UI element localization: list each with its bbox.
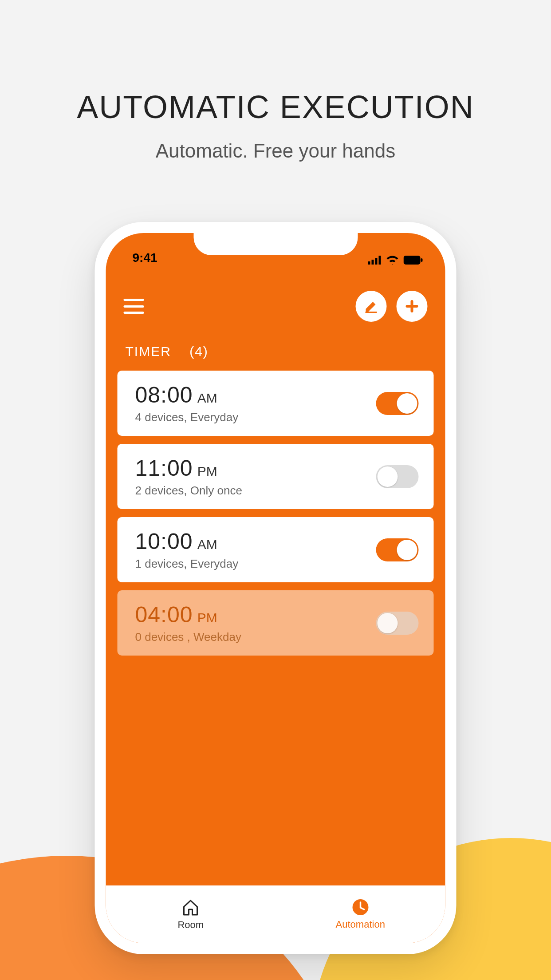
toggle-knob [378, 613, 398, 633]
timer-card[interactable]: 04:00PM0 devices , Weekday [118, 590, 434, 656]
nav-automation-label: Automation [336, 919, 385, 930]
section-title: TIMER (4) [106, 335, 445, 371]
phone-frame: 9:41 TIMER (4) [95, 222, 457, 954]
toggle-knob [378, 466, 398, 487]
menu-icon[interactable] [124, 299, 144, 314]
timer-subline: 2 devices, Only once [135, 484, 242, 498]
svg-rect-4 [404, 256, 421, 265]
timer-time: 10:00 [135, 529, 193, 554]
timer-subline: 4 devices, Everyday [135, 411, 239, 424]
timer-time-row: 04:00PM [135, 602, 241, 628]
timer-toggle[interactable] [376, 538, 419, 561]
wifi-icon [386, 255, 399, 265]
timer-subline: 1 devices, Everyday [135, 557, 239, 571]
toggle-knob [397, 540, 417, 560]
svg-rect-3 [379, 256, 381, 265]
cellular-icon [368, 256, 382, 265]
hero-title: AUTOMATIC EXECUTION [0, 89, 551, 125]
timer-info: 10:00AM1 devices, Everyday [135, 529, 239, 571]
edit-button[interactable] [356, 291, 387, 322]
plus-icon [403, 297, 421, 315]
timer-time-row: 10:00AM [135, 529, 239, 554]
timer-time: 11:00 [135, 455, 193, 481]
add-button[interactable] [397, 291, 428, 322]
home-icon [181, 898, 200, 917]
nav-room[interactable]: Room [106, 885, 276, 943]
bottom-nav: Room Automation [106, 885, 445, 943]
timer-toggle[interactable] [376, 465, 419, 488]
status-icons [368, 255, 423, 265]
svg-rect-6 [366, 312, 377, 313]
timer-toggle[interactable] [376, 612, 419, 635]
timer-card[interactable]: 10:00AM1 devices, Everyday [118, 517, 434, 582]
clock-icon [351, 898, 369, 916]
svg-rect-8 [406, 305, 418, 308]
header-actions [356, 291, 428, 322]
status-time: 9:41 [133, 251, 157, 265]
svg-rect-1 [372, 260, 374, 265]
timer-card[interactable]: 08:00AM4 devices, Everyday [118, 371, 434, 436]
phone-screen: 9:41 TIMER (4) [106, 233, 445, 943]
app-header [106, 269, 445, 335]
svg-rect-0 [368, 261, 370, 265]
timer-ampm: PM [197, 464, 217, 479]
timer-ampm: PM [197, 610, 217, 625]
timer-time: 04:00 [135, 602, 193, 628]
timer-list: 08:00AM4 devices, Everyday11:00PM2 devic… [106, 371, 445, 656]
svg-rect-5 [421, 258, 423, 262]
svg-rect-2 [375, 258, 378, 265]
battery-icon [404, 256, 423, 265]
timer-subline: 0 devices , Weekday [135, 630, 241, 644]
section-count: (4) [189, 344, 209, 359]
timer-info: 04:00PM0 devices , Weekday [135, 602, 241, 644]
nav-room-label: Room [177, 919, 204, 931]
timer-card[interactable]: 11:00PM2 devices, Only once [118, 444, 434, 509]
timer-info: 08:00AM4 devices, Everyday [135, 382, 239, 424]
timer-info: 11:00PM2 devices, Only once [135, 455, 242, 498]
phone-notch [193, 233, 358, 255]
toggle-knob [397, 393, 417, 414]
timer-time: 08:00 [135, 382, 193, 408]
pencil-icon [363, 298, 379, 314]
nav-automation[interactable]: Automation [276, 885, 445, 943]
section-label: TIMER [126, 344, 171, 359]
timer-time-row: 08:00AM [135, 382, 239, 408]
timer-toggle[interactable] [376, 392, 419, 415]
timer-time-row: 11:00PM [135, 455, 242, 481]
hero-subtitle: Automatic. Free your hands [0, 140, 551, 162]
timer-ampm: AM [197, 391, 217, 406]
timer-ampm: AM [197, 537, 217, 552]
